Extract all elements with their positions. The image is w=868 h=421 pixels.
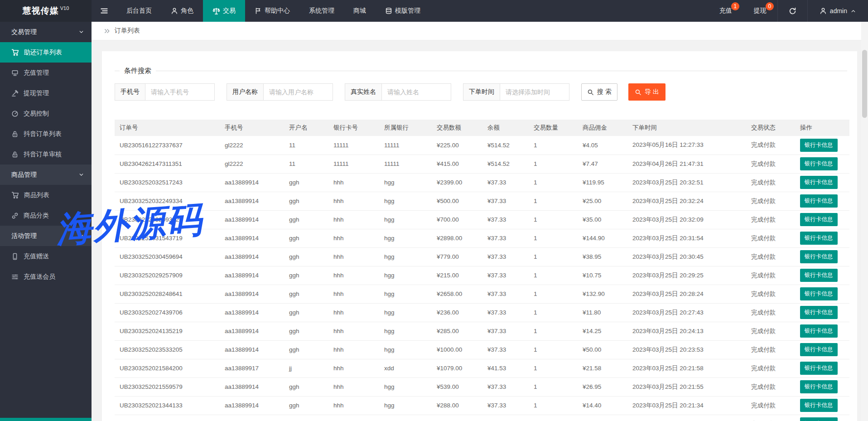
bank-card-info-button[interactable]: 银行卡信息 [800, 362, 838, 375]
nav-menu-item-3[interactable]: 帮助中心 [245, 0, 299, 22]
bank-card-info-button[interactable]: 银行卡信息 [800, 194, 838, 208]
content-card: 条件搜索 手机号用户名称真实姓名下单时间搜 索导 出 订单号手机号开户名银行卡号… [102, 51, 857, 421]
nav-menu-item-6[interactable]: 模版管理 [376, 0, 430, 22]
bank-card-info-button[interactable]: 银行卡信息 [800, 139, 838, 152]
bank-card-info-button[interactable]: 银行卡信息 [800, 324, 838, 338]
sidebar-group-7[interactable]: 商品管理 [0, 165, 92, 185]
table-row-7: UB2303252029257909aa13889914gghhhhhgg¥21… [115, 266, 849, 285]
navbar-right: 充值1提现0 admin [709, 0, 868, 22]
sidebar-item-3[interactable]: 提现管理 [0, 83, 92, 103]
cell-phone: aa13889914 [220, 340, 284, 359]
phone-icon [11, 253, 19, 260]
cell-bank: hgg [379, 285, 432, 303]
bank-card-info-button[interactable]: 银行卡信息 [800, 417, 838, 421]
cell-bank-card-no: hhh [328, 229, 379, 247]
cell-account-name: jj [284, 415, 328, 421]
column-header: 余额 [482, 120, 529, 136]
bank-card-info-button[interactable]: 银行卡信息 [800, 306, 838, 319]
board-icon [11, 69, 19, 77]
vertical-scrollbar[interactable] [861, 22, 868, 421]
nav-menu-item-4[interactable]: 系统管理 [299, 0, 344, 22]
search-field-input-3[interactable] [500, 84, 569, 100]
cell-bank-card-no: hhh [328, 210, 379, 229]
cell-trade-qty: 1 [529, 340, 578, 359]
sidebar-item-1[interactable]: 助还订单列表 [0, 42, 92, 63]
nav-menu-item-2[interactable]: 交易 [203, 0, 245, 22]
cell-account-name: 11 [284, 155, 328, 173]
lock-icon [11, 151, 19, 158]
cell-bank: hgg [379, 229, 432, 247]
refresh-button[interactable] [778, 0, 807, 22]
bank-card-info-button[interactable]: 银行卡信息 [800, 399, 838, 412]
scrollbar-thumb[interactable] [862, 50, 867, 118]
bank-card-info-button[interactable]: 银行卡信息 [800, 176, 838, 189]
cell-bank-card-no: hhh [328, 396, 379, 415]
cell-trade-qty: 1 [529, 229, 578, 247]
nav-action-0[interactable]: 充值1 [709, 0, 743, 22]
nav-menu-item-5[interactable]: 商城 [344, 0, 376, 22]
cell-bank-card-no: hhh [328, 247, 379, 266]
sidebar-item-2[interactable]: 充值管理 [0, 63, 92, 83]
bank-card-info-button[interactable]: 银行卡信息 [800, 269, 838, 282]
sidebar-item-4[interactable]: 交易控制 [0, 103, 92, 124]
cell-trade-status: 完成付款 [746, 229, 795, 247]
nav-action-1[interactable]: 提现0 [743, 0, 777, 22]
sidebar-item-11[interactable]: 充值赠送 [0, 246, 92, 266]
sidebar-item-5[interactable]: 抖音订单列表 [0, 124, 92, 144]
cell-bank: hgg [379, 173, 432, 192]
search-field-input-2[interactable] [382, 84, 451, 100]
sidebar-item-9[interactable]: 商品分类 [0, 205, 92, 226]
sidebar-item-6[interactable]: 抖音订单审核 [0, 144, 92, 165]
user-menu[interactable]: admin [808, 0, 868, 22]
bank-card-info-button[interactable]: 银行卡信息 [800, 232, 838, 245]
export-button[interactable]: 导 出 [628, 83, 665, 101]
bank-card-info-button[interactable]: 银行卡信息 [800, 250, 838, 263]
cell-commission: ¥38.95 [578, 247, 627, 266]
cell-account-name: ggh [284, 340, 328, 359]
table-body: UB2305161227337637gl2222111111111111¥225… [115, 136, 849, 421]
scales-icon [212, 7, 220, 15]
cell-actions: 银行卡信息 [795, 415, 849, 421]
sidebar-item-8[interactable]: 商品列表 [0, 185, 92, 205]
cell-order-no: UB2303252031543719 [115, 229, 220, 247]
cell-balance: ¥37.33 [482, 340, 529, 359]
bank-card-info-button[interactable]: 银行卡信息 [800, 380, 838, 393]
cell-actions: 银行卡信息 [795, 303, 849, 322]
gavel-icon [11, 90, 19, 97]
cell-order-time: 2023年03月25日 20:29:25 [627, 266, 746, 285]
cell-trade-amount: ¥539.00 [432, 377, 482, 396]
bank-card-info-button[interactable]: 银行卡信息 [800, 343, 838, 356]
cell-order-time: 2023年03月25日 20:32:51 [627, 173, 746, 192]
nav-menu-item-0[interactable]: 后台首页 [117, 0, 161, 22]
sidebar-group-0[interactable]: 交易管理 [0, 22, 92, 42]
cell-trade-qty: 1 [529, 173, 578, 192]
cell-phone: aa13889914 [220, 192, 284, 210]
cell-bank: hgg [379, 266, 432, 285]
search-field-label: 用户名称 [227, 84, 264, 100]
cell-account-name: ggh [284, 303, 328, 322]
bank-card-info-button[interactable]: 银行卡信息 [800, 157, 838, 170]
bank-card-info-button[interactable]: 银行卡信息 [800, 287, 838, 300]
cell-commission: ¥144.90 [578, 229, 627, 247]
cell-trade-qty: 1 [529, 266, 578, 285]
cell-trade-amount: ¥688.00 [432, 415, 482, 421]
sidebar-item-label: 提现管理 [24, 89, 49, 97]
bank-card-info-button[interactable]: 银行卡信息 [800, 213, 838, 226]
search-button[interactable]: 搜 索 [581, 83, 617, 101]
sidebar-group-label: 活动管理 [11, 232, 37, 240]
search-field-input-0[interactable] [145, 84, 214, 100]
cell-actions: 银行卡信息 [795, 247, 849, 266]
sidebar-item-12[interactable]: 充值送会员 [0, 266, 92, 287]
table-row-12: UB2303252021584200aa13889917jjhhhxdd¥107… [115, 359, 849, 377]
cell-trade-amount: ¥500.00 [432, 192, 482, 210]
collapse-menu-button[interactable] [92, 0, 117, 22]
search-field-input-1[interactable] [264, 84, 333, 100]
sidebar-group-10[interactable]: 活动管理 [0, 226, 92, 246]
nav-menu-item-1[interactable]: 角色 [161, 0, 203, 22]
user-icon [171, 7, 178, 15]
cell-balance: ¥37.33 [482, 173, 529, 192]
cell-bank: hgg [379, 322, 432, 340]
cell-bank-card-no: hhh [328, 173, 379, 192]
cell-order-time: 2023年03月25日 20:24:13 [627, 322, 746, 340]
search-button-label: 搜 索 [597, 88, 612, 96]
